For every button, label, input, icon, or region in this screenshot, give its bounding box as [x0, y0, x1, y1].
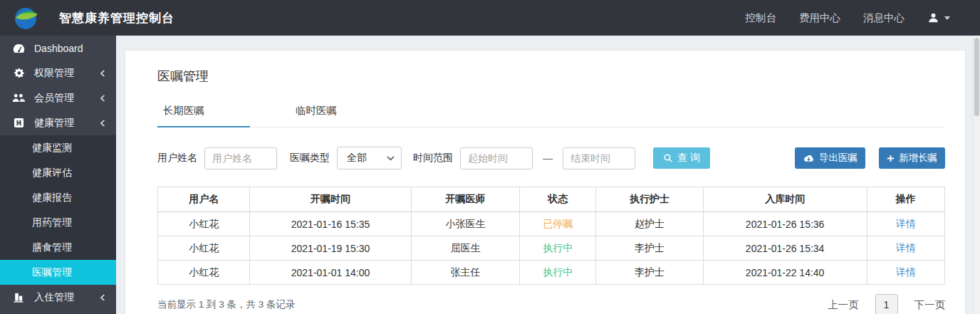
table-footer: 当前显示 1 到 3 条，共 3 条记录 上一页 1 下一页: [157, 285, 945, 314]
user-menu[interactable]: [927, 12, 950, 23]
status-badge: 执行中: [520, 236, 596, 261]
detail-link[interactable]: 详情: [896, 266, 916, 278]
sidebar-item-label: 健康管理: [34, 117, 74, 130]
sidebar-item-health[interactable]: 健康管理: [0, 110, 116, 135]
detail-link[interactable]: 详情: [896, 242, 916, 253]
add-order-label: 新增长嘱: [899, 152, 937, 164]
tab-temporary-orders[interactable]: 临时医嘱: [290, 96, 382, 127]
time-range-label: 时间范围: [413, 152, 453, 164]
sidebar-item-health-assess[interactable]: 健康评估: [0, 160, 116, 185]
sidebar-item-members[interactable]: 会员管理: [0, 85, 116, 110]
cell-nurse: 李护士: [596, 236, 703, 261]
col-store-time: 入库时间: [703, 187, 867, 212]
chevron-down-icon: [387, 156, 395, 161]
sidebar-item-dashboard[interactable]: Dashboard: [0, 36, 116, 61]
col-doctor: 开嘱医师: [411, 187, 519, 212]
sidebar-item-medical-orders[interactable]: 医嘱管理: [0, 260, 116, 285]
username-input[interactable]: [204, 147, 277, 169]
cell-nurse: 赵护士: [596, 212, 703, 236]
table-row: 小红花 2021-01-16 15:35 小张医生 已停嘱 赵护士 2021-0…: [158, 212, 945, 236]
order-type-label: 医嘱类型: [290, 152, 330, 164]
app-title: 智慧康养管理控制台: [59, 10, 174, 26]
tab-long-term-orders[interactable]: 长期医嘱: [157, 96, 250, 127]
cell-doctor: 小张医生: [411, 212, 519, 236]
vertical-scrollbar[interactable]: [973, 36, 980, 314]
search-button[interactable]: 查 询: [653, 147, 710, 169]
action-buttons: 导出医嘱 新增长嘱: [795, 147, 945, 169]
order-type-value: 全部: [347, 152, 367, 164]
chevron-left-icon: [100, 95, 105, 102]
cell-order-time: 2021-01-01 14:00: [250, 261, 412, 285]
filter-bar: 用户姓名 医嘱类型 全部 时间范围 —: [157, 147, 945, 169]
sidebar-item-label: 健康报告: [32, 192, 72, 204]
building-icon: [12, 292, 25, 303]
user-icon: [927, 12, 939, 23]
end-time-input[interactable]: [563, 147, 635, 169]
range-separator: —: [543, 152, 553, 164]
col-username: 用户名: [158, 187, 250, 212]
page-number-button[interactable]: 1: [875, 294, 898, 314]
chevron-left-icon: [100, 294, 105, 301]
status-badge: 已停嘱: [520, 212, 596, 236]
top-nav: 控制台 费用中心 消息中心: [746, 11, 980, 25]
main-content: 医嘱管理 长期医嘱 临时医嘱 用户姓名 医嘱类型 全部 时间范围 —: [116, 36, 980, 314]
sidebar-item-label: 膳食管理: [32, 241, 72, 254]
nav-billing-center[interactable]: 费用中心: [799, 11, 840, 25]
add-order-button[interactable]: 新增长嘱: [879, 147, 945, 169]
col-order-time: 开嘱时间: [250, 187, 412, 212]
prev-page-link[interactable]: 上一页: [828, 298, 859, 312]
dashboard-icon: [12, 43, 25, 53]
tabs: 长期医嘱 临时医嘱: [157, 96, 945, 127]
status-badge: 执行中: [520, 261, 596, 285]
sidebar-item-medication[interactable]: 用药管理: [0, 210, 116, 235]
app-logo-icon: [14, 5, 39, 31]
sidebar-item-permissions[interactable]: 权限管理: [0, 61, 116, 85]
plus-icon: [887, 155, 895, 162]
caret-down-icon: [944, 16, 950, 20]
cell-order-time: 2021-01-16 15:35: [250, 212, 412, 236]
export-orders-button[interactable]: 导出医嘱: [795, 147, 865, 169]
gear-icon: [12, 68, 25, 78]
content-card: 医嘱管理 长期医嘱 临时医嘱 用户姓名 医嘱类型 全部 时间范围 —: [125, 50, 966, 314]
sidebar-item-label: 入住管理: [34, 291, 74, 304]
page-title: 医嘱管理: [157, 68, 945, 85]
cell-doctor: 张主任: [411, 261, 519, 285]
orders-table: 用户名 开嘱时间 开嘱医师 状态 执行护士 入库时间 操作 小红花 2021-0…: [157, 187, 945, 285]
cell-store-time: 2021-01-22 14:40: [703, 261, 867, 285]
export-orders-label: 导出医嘱: [819, 152, 858, 164]
sidebar-item-label: 用药管理: [32, 216, 72, 229]
username-label: 用户姓名: [157, 152, 197, 164]
detail-link[interactable]: 详情: [896, 218, 916, 229]
pagination: 上一页 1 下一页: [828, 294, 945, 314]
scrollbar-thumb[interactable]: [974, 38, 979, 116]
sidebar-item-label: Dashboard: [34, 43, 83, 54]
top-header: 智慧康养管理控制台 控制台 费用中心 消息中心: [0, 0, 980, 36]
nav-console[interactable]: 控制台: [746, 11, 777, 25]
cell-store-time: 2021-01-26 15:34: [703, 236, 867, 261]
sidebar-item-health-report[interactable]: 健康报告: [0, 185, 116, 210]
next-page-link[interactable]: 下一页: [914, 298, 946, 312]
start-time-input[interactable]: [460, 147, 533, 169]
cloud-download-icon: [803, 154, 815, 163]
table-row: 小红花 2021-01-01 14:00 张主任 执行中 李护士 2021-01…: [158, 261, 945, 285]
sidebar-item-health-monitor[interactable]: 健康监测: [0, 135, 116, 160]
sidebar: Dashboard 权限管理 会员管理: [0, 36, 116, 314]
cell-username: 小红花: [158, 261, 250, 285]
cell-username: 小红花: [158, 236, 250, 261]
search-button-label: 查 询: [677, 152, 700, 164]
health-icon: [12, 117, 25, 128]
records-summary: 当前显示 1 到 3 条，共 3 条记录: [157, 298, 296, 311]
order-type-select[interactable]: 全部: [337, 147, 402, 169]
sidebar-item-checkin[interactable]: 入住管理: [0, 285, 116, 310]
cell-order-time: 2021-01-19 15:30: [250, 236, 412, 261]
sidebar-item-label: 权限管理: [34, 67, 74, 80]
table-row: 小红花 2021-01-19 15:30 屈医生 执行中 李护士 2021-01…: [158, 236, 945, 261]
chevron-left-icon: [100, 70, 105, 77]
chevron-left-icon: [100, 120, 105, 127]
sidebar-submenu-health: 健康监测 健康评估 健康报告 用药管理 膳食管理 医嘱管理: [0, 135, 116, 285]
table-header-row: 用户名 开嘱时间 开嘱医师 状态 执行护士 入库时间 操作: [158, 187, 945, 212]
sidebar-item-diet[interactable]: 膳食管理: [0, 235, 116, 260]
nav-message-center[interactable]: 消息中心: [863, 11, 905, 25]
search-icon: [663, 153, 673, 163]
sidebar-item-label: 健康监测: [32, 142, 72, 155]
